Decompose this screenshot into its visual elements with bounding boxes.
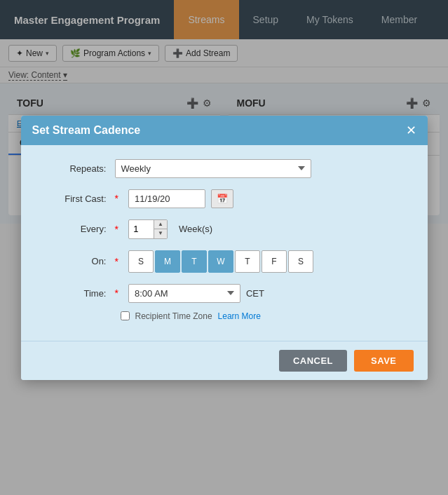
- modal-body: Repeats: Daily Weekly Every 2 Weeks Mont…: [21, 145, 428, 341]
- every-number-input[interactable]: [129, 221, 154, 237]
- modal-close-button[interactable]: ✕: [406, 124, 416, 137]
- repeats-row: Repeats: Daily Weekly Every 2 Weeks Mont…: [38, 159, 411, 178]
- modal-overlay: Set Stream Cadence ✕ Repeats: Daily Week…: [0, 0, 448, 495]
- every-label: Every:: [38, 224, 115, 234]
- every-number-wrapper: ▲ ▼: [128, 219, 168, 239]
- repeats-select[interactable]: Daily Weekly Every 2 Weeks Monthly: [115, 159, 311, 178]
- timezone-label: CET: [246, 288, 264, 299]
- first-cast-row: First Cast: * 📅: [38, 189, 411, 208]
- day-wednesday[interactable]: W: [208, 250, 233, 273]
- time-label: Time:: [38, 288, 115, 299]
- recipient-timezone-label: Recipient Time Zone: [135, 311, 212, 321]
- every-increment-button[interactable]: ▲: [154, 220, 167, 229]
- save-button[interactable]: SAVE: [354, 350, 413, 372]
- repeats-control: Daily Weekly Every 2 Weeks Monthly: [115, 159, 411, 178]
- time-select[interactable]: 8:00 AM 8:30 AM 9:00 AM 9:30 AM 10:00 AM: [128, 284, 240, 303]
- day-friday[interactable]: F: [262, 250, 287, 273]
- day-sunday[interactable]: S: [128, 250, 154, 273]
- every-control: * ▲ ▼ Week(s): [115, 219, 411, 239]
- cancel-button[interactable]: CANCEL: [279, 350, 347, 372]
- day-saturday[interactable]: S: [288, 250, 313, 273]
- time-row: Time: * 8:00 AM 8:30 AM 9:00 AM 9:30 AM …: [38, 284, 411, 303]
- first-cast-control: * 📅: [115, 189, 411, 208]
- first-cast-label: First Cast:: [38, 194, 115, 204]
- on-label: On:: [38, 256, 115, 266]
- learn-more-link[interactable]: Learn More: [218, 311, 261, 321]
- time-control: * 8:00 AM 8:30 AM 9:00 AM 9:30 AM 10:00 …: [115, 284, 411, 303]
- calendar-icon[interactable]: 📅: [211, 189, 233, 208]
- on-required: *: [115, 256, 118, 267]
- day-tuesday[interactable]: T: [182, 250, 207, 273]
- recipient-timezone-checkbox[interactable]: [121, 311, 130, 320]
- modal-footer: CANCEL SAVE: [21, 341, 428, 380]
- time-select-wrapper: 8:00 AM 8:30 AM 9:00 AM 9:30 AM 10:00 AM…: [128, 284, 264, 303]
- day-thursday[interactable]: T: [235, 250, 260, 273]
- on-control: * S M T W T F S: [115, 250, 411, 273]
- day-buttons-group: S M T W T F S: [128, 250, 313, 273]
- every-decrement-button[interactable]: ▼: [154, 229, 167, 238]
- modal-title: Set Stream Cadence: [32, 124, 141, 137]
- day-monday[interactable]: M: [155, 250, 180, 273]
- every-required: *: [115, 224, 118, 235]
- modal-header: Set Stream Cadence ✕: [21, 116, 428, 145]
- every-row: Every: * ▲ ▼ Week(s): [38, 219, 411, 239]
- first-cast-input[interactable]: [128, 189, 205, 208]
- time-required: *: [115, 287, 118, 299]
- every-suffix: Week(s): [179, 224, 212, 234]
- set-stream-cadence-modal: Set Stream Cadence ✕ Repeats: Daily Week…: [21, 116, 428, 380]
- repeats-label: Repeats:: [38, 163, 115, 174]
- on-row: On: * S M T W T F S: [38, 250, 411, 273]
- every-spinners: ▲ ▼: [154, 220, 167, 238]
- recipient-timezone-row: Recipient Time Zone Learn More: [121, 311, 411, 321]
- first-cast-required: *: [115, 193, 118, 204]
